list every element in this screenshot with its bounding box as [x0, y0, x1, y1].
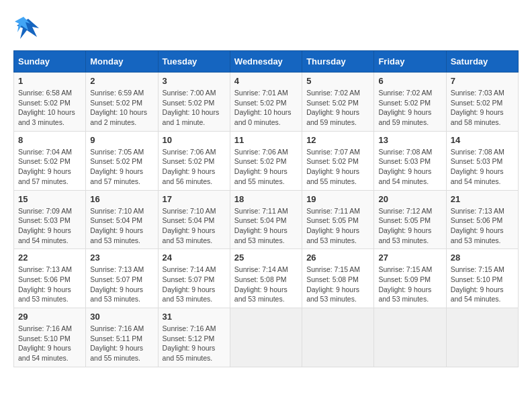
calendar-cell	[230, 308, 302, 367]
day-info: Sunrise: 7:14 AMSunset: 5:07 PMDaylight:…	[163, 265, 226, 304]
day-info: Sunrise: 7:14 AMSunset: 5:08 PMDaylight:…	[234, 265, 298, 304]
day-number: 21	[451, 194, 514, 204]
calendar-week-2: 8Sunrise: 7:04 AMSunset: 5:02 PMDaylight…	[14, 131, 519, 190]
day-info: Sunrise: 7:12 AMSunset: 5:05 PMDaylight:…	[378, 206, 441, 246]
calendar-cell: 13Sunrise: 7:08 AMSunset: 5:03 PMDayligh…	[374, 131, 446, 190]
day-number: 25	[234, 253, 298, 263]
day-number: 14	[451, 135, 514, 145]
day-info: Sunrise: 7:06 AMSunset: 5:02 PMDaylight:…	[234, 147, 298, 187]
day-number: 13	[378, 135, 441, 145]
page-header	[13, 13, 519, 44]
day-info: Sunrise: 7:06 AMSunset: 5:02 PMDaylight:…	[163, 147, 226, 187]
calendar-cell: 19Sunrise: 7:11 AMSunset: 5:05 PMDayligh…	[302, 190, 374, 249]
calendar-cell: 4Sunrise: 7:01 AMSunset: 5:02 PMDaylight…	[230, 73, 302, 132]
day-info: Sunrise: 7:13 AMSunset: 5:06 PMDaylight:…	[18, 265, 81, 304]
calendar-cell: 28Sunrise: 7:15 AMSunset: 5:10 PMDayligh…	[446, 249, 518, 308]
calendar-cell: 5Sunrise: 7:02 AMSunset: 5:02 PMDaylight…	[302, 73, 374, 132]
day-number: 20	[378, 194, 441, 204]
day-header-thursday: Thursday	[302, 51, 374, 73]
calendar-body: 1Sunrise: 6:58 AMSunset: 5:02 PMDaylight…	[14, 73, 519, 367]
calendar-header: SundayMondayTuesdayWednesdayThursdayFrid…	[14, 51, 519, 73]
day-number: 11	[234, 135, 298, 145]
day-header-wednesday: Wednesday	[230, 51, 302, 73]
day-number: 10	[163, 135, 226, 145]
day-number: 28	[451, 253, 514, 263]
day-number: 18	[234, 194, 298, 204]
calendar-cell: 15Sunrise: 7:09 AMSunset: 5:03 PMDayligh…	[14, 190, 86, 249]
calendar-cell	[374, 308, 446, 367]
calendar-cell	[302, 308, 374, 367]
day-info: Sunrise: 7:09 AMSunset: 5:03 PMDaylight:…	[18, 206, 81, 246]
day-info: Sunrise: 6:58 AMSunset: 5:02 PMDaylight:…	[18, 88, 81, 128]
calendar-cell: 29Sunrise: 7:16 AMSunset: 5:10 PMDayligh…	[14, 308, 86, 367]
day-number: 1	[18, 76, 81, 86]
calendar-week-1: 1Sunrise: 6:58 AMSunset: 5:02 PMDaylight…	[14, 73, 519, 132]
day-number: 15	[18, 194, 81, 204]
calendar-cell: 22Sunrise: 7:13 AMSunset: 5:06 PMDayligh…	[14, 249, 86, 308]
calendar-cell: 7Sunrise: 7:03 AMSunset: 5:02 PMDaylight…	[446, 73, 518, 132]
day-info: Sunrise: 7:15 AMSunset: 5:10 PMDaylight:…	[451, 265, 514, 304]
day-number: 26	[306, 253, 369, 263]
day-info: Sunrise: 7:08 AMSunset: 5:03 PMDaylight:…	[451, 147, 514, 187]
day-number: 31	[163, 312, 226, 322]
day-info: Sunrise: 7:16 AMSunset: 5:11 PMDaylight:…	[90, 324, 153, 363]
calendar-cell: 16Sunrise: 7:10 AMSunset: 5:04 PMDayligh…	[86, 190, 158, 249]
day-info: Sunrise: 7:07 AMSunset: 5:02 PMDaylight:…	[306, 147, 369, 187]
calendar-cell: 14Sunrise: 7:08 AMSunset: 5:03 PMDayligh…	[446, 131, 518, 190]
day-number: 9	[90, 135, 153, 145]
calendar-cell: 3Sunrise: 7:00 AMSunset: 5:02 PMDaylight…	[158, 73, 230, 132]
calendar-table: SundayMondayTuesdayWednesdayThursdayFrid…	[13, 50, 519, 367]
day-header-tuesday: Tuesday	[158, 51, 230, 73]
calendar-cell: 1Sunrise: 6:58 AMSunset: 5:02 PMDaylight…	[14, 73, 86, 132]
calendar-cell: 17Sunrise: 7:10 AMSunset: 5:04 PMDayligh…	[158, 190, 230, 249]
calendar-cell: 10Sunrise: 7:06 AMSunset: 5:02 PMDayligh…	[158, 131, 230, 190]
day-number: 17	[163, 194, 226, 204]
calendar-week-4: 22Sunrise: 7:13 AMSunset: 5:06 PMDayligh…	[14, 249, 519, 308]
day-number: 5	[306, 76, 369, 86]
day-info: Sunrise: 7:01 AMSunset: 5:02 PMDaylight:…	[234, 88, 298, 128]
day-number: 4	[234, 76, 298, 86]
day-number: 29	[18, 312, 81, 322]
calendar-cell: 18Sunrise: 7:11 AMSunset: 5:04 PMDayligh…	[230, 190, 302, 249]
day-number: 30	[90, 312, 153, 322]
calendar-week-5: 29Sunrise: 7:16 AMSunset: 5:10 PMDayligh…	[14, 308, 519, 367]
day-header-friday: Friday	[374, 51, 446, 73]
day-header-monday: Monday	[86, 51, 158, 73]
day-info: Sunrise: 7:11 AMSunset: 5:05 PMDaylight:…	[306, 206, 369, 246]
logo	[13, 13, 44, 44]
day-info: Sunrise: 7:02 AMSunset: 5:02 PMDaylight:…	[378, 88, 441, 128]
day-info: Sunrise: 7:11 AMSunset: 5:04 PMDaylight:…	[234, 206, 298, 246]
day-headers-row: SundayMondayTuesdayWednesdayThursdayFrid…	[14, 51, 519, 73]
day-info: Sunrise: 7:15 AMSunset: 5:08 PMDaylight:…	[306, 265, 369, 304]
calendar-cell: 26Sunrise: 7:15 AMSunset: 5:08 PMDayligh…	[302, 249, 374, 308]
day-info: Sunrise: 7:13 AMSunset: 5:07 PMDaylight:…	[90, 265, 153, 304]
day-info: Sunrise: 7:16 AMSunset: 5:10 PMDaylight:…	[18, 324, 81, 363]
calendar-week-3: 15Sunrise: 7:09 AMSunset: 5:03 PMDayligh…	[14, 190, 519, 249]
day-info: Sunrise: 7:00 AMSunset: 5:02 PMDaylight:…	[163, 88, 226, 128]
day-number: 24	[163, 253, 226, 263]
day-number: 16	[90, 194, 153, 204]
logo-icon	[13, 13, 44, 44]
calendar-cell	[446, 308, 518, 367]
day-info: Sunrise: 7:15 AMSunset: 5:09 PMDaylight:…	[378, 265, 441, 304]
calendar-cell: 25Sunrise: 7:14 AMSunset: 5:08 PMDayligh…	[230, 249, 302, 308]
day-info: Sunrise: 7:08 AMSunset: 5:03 PMDaylight:…	[378, 147, 441, 187]
calendar-cell: 24Sunrise: 7:14 AMSunset: 5:07 PMDayligh…	[158, 249, 230, 308]
day-number: 23	[90, 253, 153, 263]
calendar-cell: 30Sunrise: 7:16 AMSunset: 5:11 PMDayligh…	[86, 308, 158, 367]
calendar-cell: 9Sunrise: 7:05 AMSunset: 5:02 PMDaylight…	[86, 131, 158, 190]
day-info: Sunrise: 7:10 AMSunset: 5:04 PMDaylight:…	[163, 206, 226, 246]
day-header-saturday: Saturday	[446, 51, 518, 73]
day-info: Sunrise: 7:05 AMSunset: 5:02 PMDaylight:…	[90, 147, 153, 187]
day-number: 7	[451, 76, 514, 86]
calendar-cell: 21Sunrise: 7:13 AMSunset: 5:06 PMDayligh…	[446, 190, 518, 249]
calendar-cell: 8Sunrise: 7:04 AMSunset: 5:02 PMDaylight…	[14, 131, 86, 190]
day-info: Sunrise: 6:59 AMSunset: 5:02 PMDaylight:…	[90, 88, 153, 128]
calendar-cell: 2Sunrise: 6:59 AMSunset: 5:02 PMDaylight…	[86, 73, 158, 132]
day-number: 19	[306, 194, 369, 204]
day-number: 2	[90, 76, 153, 86]
day-number: 6	[378, 76, 441, 86]
calendar-cell: 23Sunrise: 7:13 AMSunset: 5:07 PMDayligh…	[86, 249, 158, 308]
calendar-cell: 11Sunrise: 7:06 AMSunset: 5:02 PMDayligh…	[230, 131, 302, 190]
calendar-cell: 12Sunrise: 7:07 AMSunset: 5:02 PMDayligh…	[302, 131, 374, 190]
